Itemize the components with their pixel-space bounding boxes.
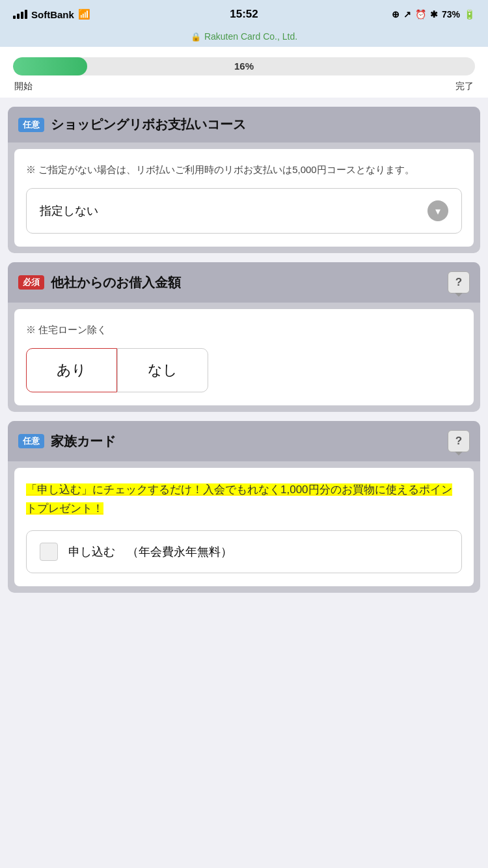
dropdown-arrow-icon: ▾ — [427, 200, 448, 221]
shopping-ribo-header: 任意 ショッピングリボお支払いコース — [8, 107, 480, 142]
bluetooth-icon: ✱ — [430, 9, 438, 20]
time-label: 15:52 — [230, 8, 258, 21]
family-card-checkbox-label: 申し込む （年会費永年無料） — [68, 544, 232, 560]
loan-body: ※ 住宅ローン除く あり なし — [14, 309, 474, 405]
family-card-promo: 「申し込む」にチェックするだけ！入会でもれなく1,000円分のお買物に使えるポイ… — [26, 481, 462, 519]
alarm-icon: ⏰ — [415, 9, 426, 20]
loan-section: 必須 他社からのお借入金額 ? ※ 住宅ローン除く あり なし — [8, 262, 480, 412]
shopping-ribo-body: ※ ご指定がない場合は、リボ払いご利用時のリボお支払いは5,000円コースとなり… — [14, 149, 474, 247]
carrier-label: SoftBank — [31, 9, 74, 20]
family-card-promo-text: 「申し込む」にチェックするだけ！入会でもれなく1,000円分のお買物に使えるポイ… — [26, 483, 452, 515]
status-bar: SoftBank 📶 15:52 ⊕ ↗ ⏰ ✱ 73% 🔋 — [0, 0, 488, 29]
wifi-icon: 📶 — [78, 8, 90, 20]
loan-title: 他社からのお借入金額 — [51, 274, 181, 292]
shopping-ribo-notice: ※ ご指定がない場合は、リボ払いご利用時のリボお支払いは5,000円コースとなり… — [26, 162, 462, 178]
progress-end: 完了 — [455, 81, 474, 92]
loan-option-no[interactable]: なし — [117, 348, 208, 392]
progress-bar-fill — [13, 57, 87, 75]
family-card-header-left: 任意 家族カード — [18, 433, 116, 450]
family-card-body: 「申し込む」にチェックするだけ！入会でもれなく1,000円分のお買物に使えるポイ… — [14, 468, 474, 586]
shopping-ribo-header-left: 任意 ショッピングリボお支払いコース — [18, 116, 246, 133]
loan-header-left: 必須 他社からのお借入金額 — [18, 274, 181, 292]
battery-label: 73% — [442, 9, 460, 20]
shopping-ribo-section: 任意 ショッピングリボお支払いコース ※ ご指定がない場合は、リボ払いご利用時の… — [8, 107, 480, 253]
loan-help-button[interactable]: ? — [448, 271, 470, 293]
family-card-checkbox[interactable] — [40, 543, 58, 561]
battery-icon: 🔋 — [464, 9, 475, 20]
status-right: ⊕ ↗ ⏰ ✱ 73% 🔋 — [392, 9, 475, 20]
shopping-ribo-dropdown[interactable]: 指定しない ▾ — [26, 188, 462, 234]
progress-bar-wrapper: 16% — [13, 57, 475, 75]
signal-icon — [13, 10, 27, 19]
loan-badge: 必須 — [18, 275, 44, 290]
loan-header: 必須 他社からのお借入金額 ? — [8, 262, 480, 303]
progress-start: 開始 — [14, 81, 33, 92]
progress-section: 16% 開始 完了 — [0, 47, 488, 98]
family-card-checkbox-row[interactable]: 申し込む （年会費永年無料） — [26, 530, 462, 573]
url-bar: 🔒 Rakuten Card Co., Ltd. — [0, 29, 488, 47]
shopping-ribo-badge: 任意 — [18, 118, 44, 132]
direction-icon: ↗ — [403, 9, 411, 20]
family-card-header: 任意 家族カード ? — [8, 421, 480, 461]
loan-toggle-group: あり なし — [26, 348, 462, 392]
family-card-title: 家族カード — [51, 433, 116, 450]
loan-option-yes[interactable]: あり — [26, 348, 117, 392]
family-card-section: 任意 家族カード ? 「申し込む」にチェックするだけ！入会でもれなく1,000円… — [8, 421, 480, 593]
family-card-help-button[interactable]: ? — [448, 430, 470, 452]
lock-icon: 🔒 — [191, 32, 201, 42]
shopping-ribo-dropdown-value: 指定しない — [40, 203, 98, 219]
shopping-ribo-title: ショッピングリボお支払いコース — [51, 116, 246, 133]
loan-subtitle: ※ 住宅ローン除く — [26, 322, 462, 338]
status-left: SoftBank 📶 — [13, 8, 90, 20]
progress-bar-container — [13, 57, 475, 75]
location-icon: ⊕ — [392, 9, 400, 20]
family-card-badge: 任意 — [18, 434, 44, 448]
url-label: Rakuten Card Co., Ltd. — [204, 31, 297, 42]
progress-labels: 開始 完了 — [13, 81, 475, 92]
